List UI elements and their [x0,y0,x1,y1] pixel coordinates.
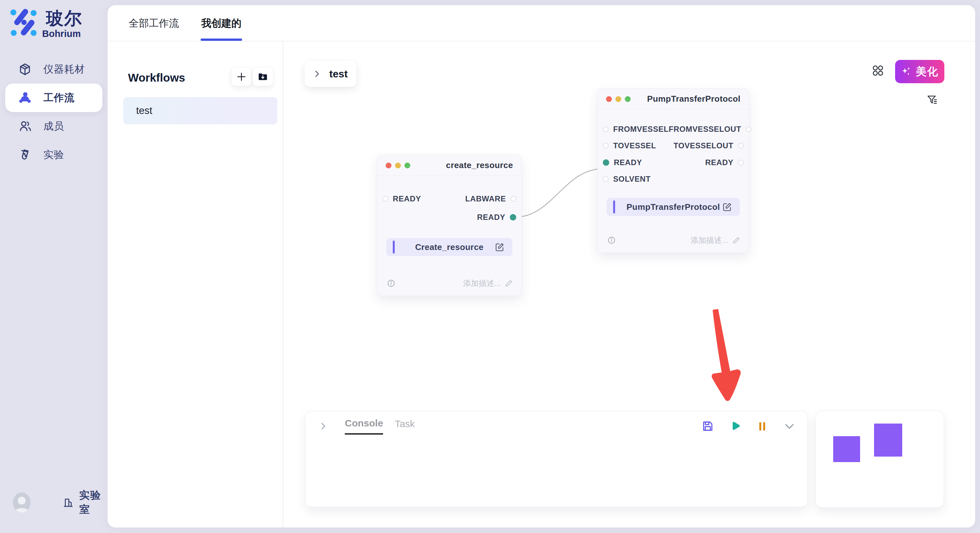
collapse-panel-button[interactable] [783,420,795,432]
sidebar-item-members[interactable]: 成员 [5,112,102,141]
sidebar-item-workflow[interactable]: 工作流 [5,84,102,112]
run-button[interactable] [729,420,741,432]
brand-logo[interactable]: 玻尔 Bohrium [10,8,82,39]
sidebar-nav: 仪器耗材 工作流 [5,55,102,169]
traffic-dots [386,163,410,168]
play-icon [729,420,741,432]
breadcrumb-label: test [329,68,348,80]
workflow-canvas[interactable]: test 美化 [283,41,975,528]
workflow-list-item-test[interactable]: test [123,97,277,124]
input-port-ready[interactable] [382,196,388,202]
filter-icon [926,94,938,106]
input-port-fromvessel[interactable] [603,126,609,132]
bohrium-logo-icon [10,8,38,36]
minimap-node-create [833,436,860,462]
pencil-icon[interactable] [504,279,513,287]
members-icon [18,119,32,133]
collapse-chevron-icon[interactable] [318,421,328,431]
tab-my-created[interactable]: 我创建的 [201,5,242,41]
user-avatar[interactable] [13,493,30,512]
port-label: FROMVESSEL [613,125,668,134]
port-label: READY [614,158,642,167]
node-title: create_resource [446,160,513,170]
save-button[interactable] [702,420,714,432]
input-port-ready-connected[interactable] [603,159,609,166]
port-label: SOLVENT [613,174,651,184]
shortcuts-button[interactable] [872,64,885,77]
package-icon [18,62,32,76]
edit-icon[interactable] [722,202,732,212]
node-create-resource[interactable]: create_resource READY LABWARE READY [377,155,522,296]
input-port-solvent[interactable] [603,176,609,182]
experiment-icon [18,148,32,162]
pause-icon [756,420,768,432]
breadcrumb[interactable]: test [305,61,356,87]
brand-text: 玻尔 Bohrium [46,8,82,39]
building-icon [63,496,74,509]
info-icon[interactable] [387,279,395,287]
pill-accent-bar [613,200,615,213]
node-action-pill[interactable]: PumpTransferProtocol [607,198,740,216]
pill-accent-bar [393,241,395,254]
edit-icon[interactable] [495,242,504,252]
edge-create-to-pump [516,169,603,217]
sidebar-item-label: 工作流 [43,91,75,105]
brand-name-en: Bohrium [42,29,82,39]
console-panel: Console Task [305,411,808,507]
workflow-panel-title: Workflows [128,71,185,84]
dot-red-icon [386,163,391,168]
node-footer: 添加描述... [387,278,513,289]
minimap-node-pump [874,424,902,457]
description-placeholder[interactable]: 添加描述... [690,235,728,246]
traffic-dots [606,96,631,102]
port-label: READY [477,213,505,222]
lab-label: 实验室 [79,488,108,517]
beautify-button[interactable]: 美化 [895,60,944,83]
pill-label: Create_resource [415,242,484,252]
main-panel: 全部工作流 我创建的 Workflows test [108,5,975,528]
node-header: create_resource [377,155,522,176]
sidebar-item-experiment[interactable]: 实验 [5,141,102,169]
sidebar-item-instruments[interactable]: 仪器耗材 [5,55,102,84]
tab-task[interactable]: Task [395,418,415,434]
port-label: TOVESSELOUT [673,141,733,150]
pencil-icon[interactable] [732,236,740,244]
red-arrow-annotation [712,309,741,401]
sidebar-footer: 实验室 [13,488,108,517]
output-port-ready-connected[interactable] [510,214,516,220]
output-port-tovesselout[interactable] [738,143,744,149]
sidebar-item-label: 仪器耗材 [43,62,85,76]
output-port-fromvesselout[interactable] [746,126,751,132]
sparkles-icon [901,66,912,77]
dot-yellow-icon [616,96,621,102]
command-icon [872,64,885,77]
output-port-ready[interactable] [738,160,744,165]
workflow-list-panel: Workflows test [108,41,283,528]
port-label: FROMVESSELOUT [668,125,741,134]
pause-button[interactable] [756,420,768,432]
beautify-label: 美化 [916,65,939,79]
lab-switcher[interactable]: 实验室 [63,488,108,517]
filter-button[interactable] [926,94,938,106]
node-footer: 添加描述... [607,235,740,246]
chevron-right-icon [312,69,321,78]
info-icon[interactable] [607,236,616,244]
node-pump-transfer-protocol[interactable]: PumpTransferProtocol FROMVESSEL FROMVESS… [597,89,749,253]
import-workflow-button[interactable] [253,67,273,86]
input-port-tovessel[interactable] [603,143,609,149]
sidebar-item-label: 成员 [43,119,64,133]
workflow-tabbar: 全部工作流 我创建的 [108,5,975,41]
tab-console[interactable]: Console [345,418,383,435]
tab-all-workflows[interactable]: 全部工作流 [129,5,179,41]
minimap[interactable] [815,411,944,508]
port-label: LABWARE [465,194,506,203]
port-label: READY [393,194,421,203]
add-workflow-button[interactable] [231,67,252,86]
folder-import-icon [257,71,268,82]
brand-name-zh: 玻尔 [46,8,82,28]
node-action-pill[interactable]: Create_resource [386,238,512,256]
dot-red-icon [606,96,612,102]
sidebar-item-label: 实验 [43,148,64,162]
description-placeholder[interactable]: 添加描述... [463,278,501,289]
output-port-labware[interactable] [511,196,516,202]
